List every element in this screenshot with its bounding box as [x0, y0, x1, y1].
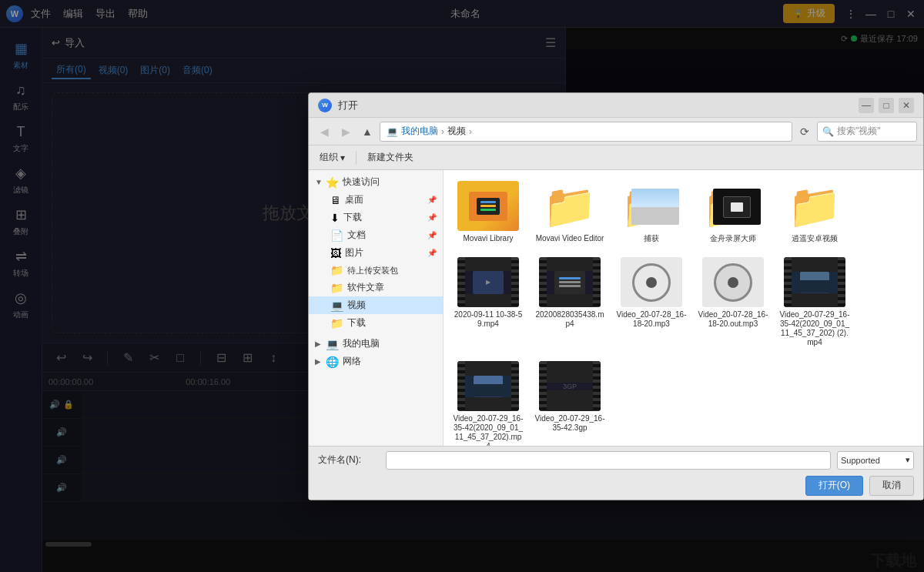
filetype-arrow: ▾	[906, 455, 910, 465]
path-current[interactable]: 视频	[447, 125, 466, 138]
jinzhou-thumb: 📁	[702, 181, 764, 231]
dialog-actions: 打开(O) 取消	[318, 476, 914, 496]
path-sep-1: ›	[441, 126, 444, 137]
audio-2-thumb	[702, 257, 764, 307]
my-computer-label: 我的电脑	[343, 337, 380, 350]
network-header[interactable]: ▶ 🌐 网络	[309, 353, 443, 370]
file-audio-1[interactable]: Video_20-07-28_16-18-20.mp3	[613, 253, 690, 352]
dialog-body: ▼ ⭐ 快速访问 🖥 桌面 📌 ⬇ 下载 📌 📄 文档 📌	[309, 170, 923, 446]
articles-icon: 📁	[330, 282, 343, 294]
quick-access-label: 快速访问	[343, 176, 380, 189]
video-2020-name: 2020-09-11 10-38-59.mp4	[453, 310, 524, 329]
organize-button[interactable]: 组织 ▾	[315, 149, 350, 166]
jinzhou-name: 金舟录屏大师	[710, 234, 756, 243]
remote-android-thumb: 📁	[784, 181, 845, 231]
file-video-4[interactable]: Video_20-07-29_16-35-42(2020_09_01_11_45…	[450, 356, 527, 446]
nav-forward[interactable]: ▶	[336, 122, 355, 141]
file-video-20200828[interactable]: 20200828035438.mp4	[531, 253, 608, 352]
video-2020-thumb: ▶	[457, 257, 519, 307]
audio-2-name: Video_20-07-28_16-18-20.out.mp3	[698, 310, 768, 329]
filename-label: 文件名(N):	[318, 453, 380, 467]
pin-icon: 📌	[427, 196, 437, 204]
file-video-5[interactable]: 3GP Video_20-07-29_16-35-42.3gp	[531, 356, 608, 446]
dialog-close[interactable]: ✕	[899, 98, 914, 113]
file-video-2020[interactable]: ▶ 2020-09-11 10-38-59.mp4	[450, 253, 527, 352]
videos-icon: 💻	[330, 299, 343, 312]
dialog-title-bar: W 打开 — □ ✕	[309, 93, 923, 118]
video-4-thumb	[457, 361, 519, 411]
desktop-icon: 🖥	[330, 194, 341, 206]
pin-icon2: 📌	[427, 213, 437, 222]
pin-icon3: 📌	[427, 231, 437, 239]
filename-input[interactable]	[386, 451, 831, 470]
file-jinzhou[interactable]: 📁 金舟录屏大师	[695, 176, 772, 248]
remote-android-name: 逍遥安卓视频	[792, 234, 838, 243]
open-button[interactable]: 打开(O)	[805, 476, 863, 496]
audio-1-thumb	[621, 257, 682, 307]
download-icon: ⬇	[330, 212, 340, 224]
movavi-library-thumb	[457, 181, 519, 231]
filename-row: 文件名(N): Supported ▾	[318, 451, 914, 470]
video-3-name: Video_20-07-29_16-35-42(2020_09_01_11_45…	[779, 310, 850, 347]
tree-downloads2[interactable]: 📁 下载	[309, 314, 443, 332]
upload-icon: 📁	[330, 264, 343, 276]
movavi-editor-name: Movavi Video Editor	[536, 234, 604, 243]
nav-refresh[interactable]: ⟳	[795, 122, 814, 141]
dialog-tree: ▼ ⭐ 快速访问 🖥 桌面 📌 ⬇ 下载 📌 📄 文档 📌	[309, 170, 444, 446]
path-icon: 💻	[387, 126, 398, 137]
documents-icon: 📄	[330, 229, 343, 242]
file-capture[interactable]: 📁 捕获	[613, 176, 690, 248]
nav-back[interactable]: ◀	[315, 122, 333, 141]
file-movavi-library[interactable]: Movavi Library	[450, 176, 527, 248]
dialog-controls: — □ ✕	[859, 98, 914, 113]
dialog-minimize[interactable]: —	[859, 98, 874, 113]
dialog-path: 💻 我的电脑 › 视频 ›	[380, 122, 792, 142]
network-label: 网络	[343, 355, 361, 368]
file-movavi-editor[interactable]: 📁 Movavi Video Editor	[531, 176, 608, 248]
pictures-icon: 🖼	[330, 247, 341, 259]
dialog-maximize[interactable]: □	[879, 98, 894, 113]
toolbar-sep	[356, 151, 357, 165]
video-5-name: Video_20-07-29_16-35-42.3gp	[534, 414, 605, 433]
tree-downloads[interactable]: ⬇ 下载 📌	[309, 209, 443, 226]
movavi-editor-thumb: 📁	[539, 181, 601, 231]
tree-desktop[interactable]: 🖥 桌面 📌	[309, 191, 443, 209]
tree-videos[interactable]: 💻 视频	[309, 296, 443, 314]
tree-documents[interactable]: 📄 文档 📌	[309, 226, 443, 244]
folder-icon: 📁	[330, 317, 343, 329]
capture-name: 捕获	[644, 234, 659, 243]
nav-up[interactable]: ▲	[358, 122, 377, 141]
dialog-title: 打开	[338, 99, 358, 112]
dialog-logo: W	[318, 99, 332, 112]
file-remote-android[interactable]: 📁 逍遥安卓视频	[776, 176, 853, 248]
video-20200828-name: 20200828035438.mp4	[534, 310, 605, 329]
search-placeholder: 搜索"视频"	[837, 125, 881, 138]
filetype-label: Supported	[841, 456, 880, 465]
filetype-select[interactable]: Supported ▾	[837, 451, 914, 470]
file-audio-2[interactable]: Video_20-07-28_16-18-20.out.mp3	[695, 253, 772, 352]
dialog-files: Movavi Library 📁 Movavi Video Editor 📁	[444, 170, 923, 446]
tree-upload[interactable]: 📁 待上传安装包	[309, 262, 443, 279]
new-folder-button[interactable]: 新建文件夹	[363, 149, 418, 166]
movavi-library-name: Movavi Library	[463, 234, 513, 243]
capture-thumb: 📁	[621, 181, 682, 231]
quick-access-header[interactable]: ▼ ⭐ 快速访问	[309, 173, 443, 191]
video-3-thumb	[784, 257, 845, 307]
audio-1-name: Video_20-07-28_16-18-20.mp3	[616, 310, 687, 329]
my-computer-header[interactable]: ▶ 💻 我的电脑	[309, 335, 443, 353]
dialog-nav: ◀ ▶ ▲ 💻 我的电脑 › 视频 › ⟳ 🔍 搜索"视频"	[309, 118, 923, 146]
pin-icon4: 📌	[427, 249, 437, 257]
tree-pictures[interactable]: 🖼 图片 📌	[309, 244, 443, 262]
dialog-overlay: W 打开 — □ ✕ ◀ ▶ ▲ 💻 我的电脑 › 视频 › ⟳ 🔍 搜索	[0, 0, 924, 572]
tree-articles[interactable]: 📁 软件文章	[309, 279, 443, 296]
cancel-button[interactable]: 取消	[869, 476, 914, 496]
search-icon: 🔍	[822, 126, 834, 137]
path-sep-2: ›	[469, 126, 472, 137]
dialog-toolbar: 组织 ▾ 新建文件夹	[309, 146, 923, 170]
path-root[interactable]: 我的电脑	[401, 125, 438, 138]
search-box[interactable]: 🔍 搜索"视频"	[817, 122, 917, 142]
video-5-thumb: 3GP	[539, 361, 601, 411]
video-4-name: Video_20-07-29_16-35-42(2020_09_01_11_45…	[453, 414, 524, 446]
video-20200828-thumb	[539, 257, 601, 307]
file-video-3[interactable]: Video_20-07-29_16-35-42(2020_09_01_11_45…	[776, 253, 853, 352]
